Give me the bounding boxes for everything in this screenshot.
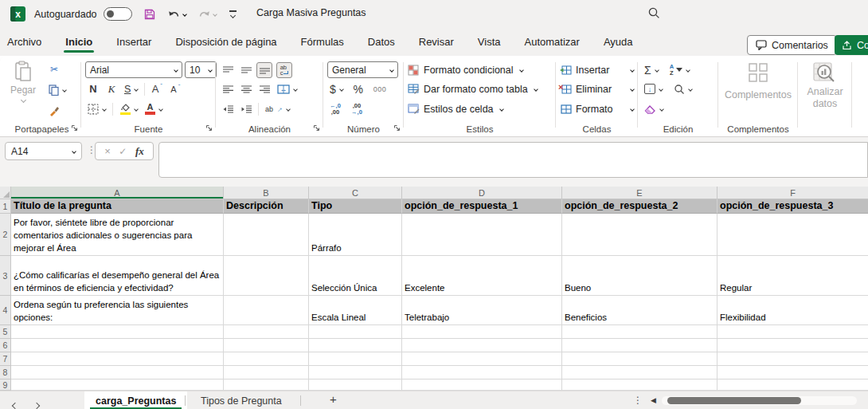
cell-C3[interactable]: Selección Única [309, 256, 402, 296]
cell-E1[interactable]: opción_de_respuesta_2 [562, 199, 717, 214]
format-as-table-button[interactable]: Dar formato como tabla [408, 81, 538, 97]
autosum-button[interactable]: Σ [642, 62, 661, 78]
autosave-toggle[interactable] [104, 7, 132, 21]
cell-E9[interactable] [562, 380, 717, 391]
cell-E8[interactable] [562, 366, 717, 380]
cell-F9[interactable] [717, 380, 868, 391]
column-header-E[interactable]: E [562, 187, 717, 199]
cell-C6[interactable] [309, 339, 402, 352]
formula-input[interactable] [158, 142, 868, 178]
enter-icon[interactable]: ✓ [119, 146, 127, 157]
align-top-button[interactable] [220, 62, 236, 78]
cell-C5[interactable] [309, 325, 402, 339]
cell-A8[interactable] [11, 366, 224, 380]
sheet-tab-carga-preguntas[interactable]: carga_Preguntas [84, 391, 187, 409]
column-header-B[interactable]: B [224, 187, 309, 199]
cell-E2[interactable] [562, 214, 717, 256]
sheetbar-more-dots[interactable]: ⋮ [633, 395, 643, 406]
column-header-A[interactable]: A [11, 187, 224, 199]
row-header-2[interactable]: 2 [0, 214, 11, 256]
cell-C9[interactable] [309, 380, 402, 391]
cell-styles-button[interactable]: Estilos de celda [408, 101, 503, 117]
share-button[interactable]: Compartir [835, 35, 868, 55]
cell-F2[interactable] [717, 214, 868, 256]
italic-button[interactable]: K [104, 81, 119, 97]
select-all-corner[interactable] [0, 187, 11, 199]
redo-button[interactable] [197, 9, 217, 20]
sheet-nav-left[interactable] [13, 397, 18, 409]
row-header-6[interactable]: 6 [0, 339, 11, 352]
tab-inicio[interactable]: Inicio [64, 29, 94, 54]
cell-E4[interactable]: Beneficios [562, 296, 717, 325]
delete-cells-button[interactable]: × Eliminar [560, 81, 634, 97]
column-header-D[interactable]: D [402, 187, 562, 199]
tab-insertar[interactable]: Insertar [115, 29, 153, 54]
row-header-4[interactable]: 4 [0, 296, 11, 325]
row-header-7[interactable]: 7 [0, 352, 11, 366]
cell-B8[interactable] [224, 366, 309, 380]
decrease-decimal-button[interactable]: ,00→,0 [349, 101, 365, 117]
comments-button[interactable]: Comentarios [747, 35, 837, 55]
cell-C2[interactable]: Párrafo [309, 214, 402, 256]
cancel-icon[interactable]: × [104, 145, 111, 157]
cell-C4[interactable]: Escala Lineal [309, 296, 402, 325]
align-center-button[interactable] [238, 81, 254, 97]
cell-D9[interactable] [402, 380, 562, 391]
align-bottom-button[interactable] [256, 62, 272, 78]
underline-button[interactable]: S [122, 81, 140, 97]
cell-E7[interactable] [562, 352, 717, 366]
horizontal-scrollbar-track[interactable] [662, 396, 857, 405]
cell-D3[interactable]: Excelente [402, 256, 562, 296]
undo-button[interactable] [167, 9, 186, 20]
copy-button[interactable] [46, 82, 68, 98]
cell-D8[interactable] [402, 366, 562, 380]
cell-E6[interactable] [562, 339, 717, 352]
cell-A6[interactable] [11, 339, 224, 352]
orientation-button[interactable]: ab→ [263, 101, 292, 117]
cell-A2[interactable]: Por favor, siéntete libre de proporciona… [11, 214, 224, 256]
row-header-3[interactable]: 3 [0, 256, 11, 296]
clipboard-dialog-launcher-icon[interactable] [71, 124, 78, 132]
cell-B1[interactable]: Descripción [224, 199, 309, 214]
cell-F8[interactable] [717, 366, 868, 380]
decrease-indent-button[interactable] [220, 101, 236, 117]
wrap-text-button[interactable]: abc [276, 62, 292, 78]
save-button[interactable] [143, 8, 156, 21]
fill-color-button[interactable] [117, 101, 140, 117]
cell-A5[interactable] [11, 325, 224, 339]
comma-style-button[interactable]: 000 [371, 81, 389, 97]
tab-disposicion[interactable]: Disposición de página [174, 29, 278, 54]
search-button[interactable] [647, 6, 661, 20]
tab-ayuda[interactable]: Ayuda [602, 29, 635, 54]
cell-A9[interactable] [11, 380, 224, 391]
cell-F6[interactable] [717, 339, 868, 352]
column-header-F[interactable]: F [717, 187, 868, 199]
horizontal-scrollbar-thumb[interactable] [667, 397, 801, 404]
conditional-formatting-button[interactable]: Formato condicional [408, 62, 523, 78]
tab-automatizar[interactable]: Automatizar [523, 29, 581, 54]
cell-B6[interactable] [224, 339, 309, 352]
insert-function-icon[interactable]: fx [135, 145, 144, 158]
excel-logo-icon[interactable]: x [10, 6, 25, 22]
cell-E5[interactable] [562, 325, 717, 339]
cut-button[interactable]: ✂ [46, 61, 62, 77]
customize-toolbar-button[interactable] [229, 10, 237, 17]
insert-cells-button[interactable]: Insertar [560, 62, 634, 78]
cell-A7[interactable] [11, 352, 224, 366]
increase-decimal-button[interactable]: ←,0,00 [327, 101, 343, 117]
cell-B7[interactable] [224, 352, 309, 366]
add-sheet-button[interactable]: + [330, 392, 337, 406]
decrease-font-button[interactable]: Aˇ [167, 81, 183, 97]
cell-A3[interactable]: ¿Cómo calificarías el desempeño general … [11, 256, 224, 296]
analyze-data-button[interactable]: Analizardatos [799, 62, 851, 110]
cell-B5[interactable] [224, 325, 309, 339]
increase-indent-button[interactable] [238, 101, 254, 117]
cell-F5[interactable] [717, 325, 868, 339]
sheet-tab-tipos-de-pregunta[interactable]: Tipos de Pregunta [190, 391, 293, 409]
cell-D7[interactable] [402, 352, 562, 366]
currency-button[interactable]: $ [327, 81, 346, 97]
row-header-8[interactable]: 8 [0, 366, 11, 380]
cell-D1[interactable]: opción_de_respuesta_1 [402, 199, 562, 214]
paste-button[interactable]: Pegar [8, 61, 38, 102]
font-size-select[interactable]: 10 [185, 61, 217, 78]
